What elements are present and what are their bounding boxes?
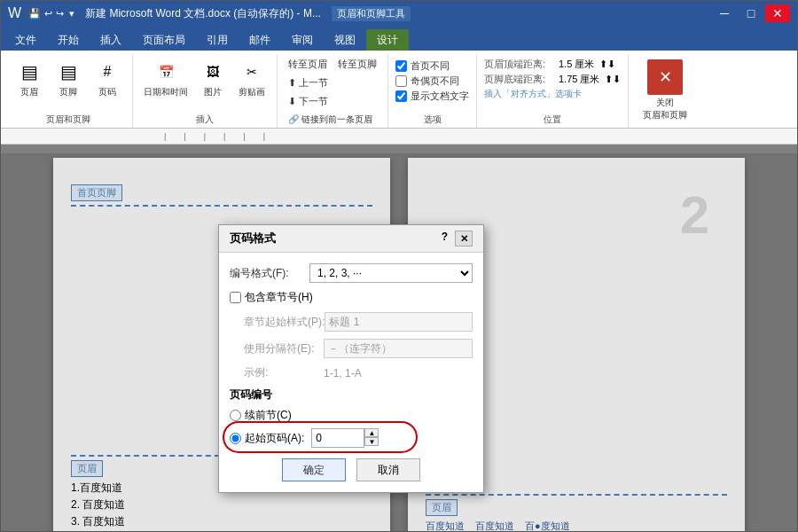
- cancel-button[interactable]: 取消: [356, 458, 420, 481]
- page-format-dialog: 页码格式 ? ✕ 编号格式(F): 1,: [218, 224, 484, 493]
- dialog-overlay: 页码格式 ? ✕ 编号格式(F): 1,: [1, 153, 797, 531]
- group-content-options: 首页不同 奇偶页不同 显示文档文字: [395, 54, 469, 111]
- example-row: 示例: 1-1, 1-A: [244, 365, 473, 380]
- clip-art-button[interactable]: ✂ 剪贴画: [234, 56, 270, 100]
- page-number-icon: #: [93, 58, 121, 86]
- continue-label: 续前节(C): [245, 408, 292, 423]
- tab-insert[interactable]: 插入: [90, 29, 132, 51]
- tab-review[interactable]: 审阅: [281, 29, 324, 51]
- number-format-select[interactable]: 1, 2, 3, ···: [309, 263, 473, 283]
- show-doc-text-input[interactable]: [395, 90, 407, 102]
- show-doc-text-checkbox[interactable]: 显示文档文字: [395, 90, 469, 103]
- tab-view[interactable]: 视图: [324, 29, 366, 51]
- number-format-field-group: 1, 2, 3, ···: [309, 263, 473, 283]
- example-label: 示例:: [244, 365, 324, 380]
- group-content-position: 页眉顶端距离: 1.5 厘米 ⬆⬇ 页脚底端距离: 1.75 厘米 ⬆⬇ 插入「…: [484, 54, 621, 111]
- start-at-label: 起始页码(A):: [245, 431, 304, 446]
- footer-label: 页脚: [59, 86, 77, 98]
- quick-save[interactable]: 💾: [28, 8, 41, 20]
- ok-button[interactable]: 确定: [282, 458, 346, 481]
- footer-icon: ▤: [54, 58, 82, 86]
- next-section-button[interactable]: ⬇ 下一节: [285, 93, 332, 110]
- picture-label: 图片: [204, 86, 222, 98]
- first-page-label: 首页不同: [411, 59, 450, 73]
- tab-design[interactable]: 设计: [366, 29, 409, 51]
- dialog-button-row: 确定 取消: [230, 458, 473, 481]
- date-time-label: 日期和时间: [144, 86, 188, 98]
- ribbon-group-close: ✕ 关闭页眉和页脚 关闭: [629, 54, 701, 128]
- spinner-up[interactable]: ▲: [364, 428, 379, 437]
- quick-dropdown[interactable]: ▾: [69, 8, 74, 20]
- group-content-insert: 📅 日期和时间 🖼 图片 ✂ 剪贴画: [140, 54, 270, 111]
- first-page-checkbox-input[interactable]: [395, 60, 407, 72]
- date-time-button[interactable]: 📅 日期和时间: [140, 56, 192, 100]
- footer-button[interactable]: ▤ 页脚: [51, 56, 86, 100]
- quick-redo[interactable]: ↪: [56, 8, 64, 20]
- header-distance-label: 页眉顶端距离:: [484, 58, 555, 71]
- page-number-button[interactable]: # 页码: [90, 56, 125, 100]
- title-bar-left: W 💾 ↩ ↪ ▾ 新建 Microsoft Word 文档.docx (自动保…: [8, 5, 411, 21]
- dialog-help-btn[interactable]: ?: [438, 231, 451, 246]
- minimize-button[interactable]: ─: [712, 4, 737, 22]
- group-label-insert: 插入: [140, 111, 270, 128]
- dialog-body: 编号格式(F): 1, 2, 3, ··· 包含章节号(H): [219, 253, 483, 492]
- header-distance-spinner[interactable]: ⬆⬇: [599, 59, 615, 70]
- start-value-input[interactable]: [311, 428, 364, 448]
- maximize-button[interactable]: □: [739, 4, 763, 22]
- go-to-footer-button[interactable]: 转至页脚: [334, 56, 380, 73]
- tab-file[interactable]: 文件: [4, 29, 47, 51]
- ribbon-tab-bar: 文件 开始 插入 页面布局 引用 邮件 审阅 视图 设计: [1, 26, 797, 51]
- dialog-close-button[interactable]: ✕: [455, 231, 473, 246]
- title-text: 新建 Microsoft Word 文档.docx (自动保存的) - M...: [85, 6, 321, 21]
- odd-even-different-checkbox[interactable]: 奇偶页不同: [395, 74, 469, 88]
- group-content-header-footer: ▤ 页眉 ▤ 页脚 # 页码: [12, 54, 125, 111]
- show-doc-text-label: 显示文档文字: [411, 90, 469, 103]
- odd-even-checkbox-input[interactable]: [395, 75, 407, 87]
- title-bar: W 💾 ↩ ↪ ▾ 新建 Microsoft Word 文档.docx (自动保…: [1, 1, 797, 26]
- chapter-style-row: 章节起始样式(P):: [244, 312, 473, 332]
- odd-even-label: 奇偶页不同: [411, 74, 459, 88]
- tab-home[interactable]: 开始: [47, 29, 90, 51]
- position-fields: 页眉顶端距离: 1.5 厘米 ⬆⬇ 页脚底端距离: 1.75 厘米 ⬆⬇ 插入「…: [484, 56, 621, 102]
- link-prev-button[interactable]: 🔗 链接到前一条页眉: [285, 112, 376, 128]
- separator-label: 使用分隔符(E):: [244, 341, 324, 356]
- footer-distance-row: 页脚底端距离: 1.75 厘米 ⬆⬇: [484, 73, 621, 86]
- ribbon-group-insert: 📅 日期和时间 🖼 图片 ✂ 剪贴画 插入: [133, 54, 278, 128]
- ribbon-group-options: 首页不同 奇偶页不同 显示文档文字 选项: [388, 54, 477, 128]
- header-button[interactable]: ▤ 页眉: [12, 56, 47, 100]
- close-header-footer-button[interactable]: ✕ 关闭页眉和页脚: [636, 56, 694, 125]
- chapter-style-input: [325, 312, 473, 332]
- tab-mailings[interactable]: 邮件: [239, 29, 281, 51]
- group-content-close: ✕ 关闭页眉和页脚: [636, 54, 694, 125]
- ribbon-group-position: 页眉顶端距离: 1.5 厘米 ⬆⬇ 页脚底端距离: 1.75 厘米 ⬆⬇ 插入「…: [477, 54, 629, 128]
- footer-distance-value: 1.75 厘米: [559, 73, 599, 86]
- ribbon: ▤ 页眉 ▤ 页脚 # 页码 页眉和页脚 📅 日期和时间: [1, 51, 797, 129]
- ribbon-group-navigation: 转至页眉 转至页脚 ⬆ 上一节 ⬇ 下一节 🔗 链接到前一条页眉 导航: [278, 54, 388, 128]
- window-close-button[interactable]: ✕: [765, 4, 790, 22]
- alignment-tab-row: 插入「对齐方式」选项卡: [484, 88, 621, 100]
- start-value-field: ▲ ▼: [311, 428, 379, 448]
- header-distance-row: 页眉顶端距离: 1.5 厘米 ⬆⬇: [484, 58, 621, 71]
- spinner-down[interactable]: ▼: [364, 437, 379, 446]
- continue-radio[interactable]: [230, 410, 241, 421]
- quick-undo[interactable]: ↩: [44, 8, 52, 20]
- footer-distance-spinner[interactable]: ⬆⬇: [605, 74, 621, 85]
- dialog-title-bar: 页码格式 ? ✕: [219, 225, 483, 253]
- dialog-title-buttons: ? ✕: [438, 231, 473, 246]
- first-page-different-checkbox[interactable]: 首页不同: [395, 59, 469, 73]
- picture-button[interactable]: 🖼 图片: [195, 56, 231, 100]
- start-at-radio[interactable]: [230, 433, 241, 444]
- header-distance-value: 1.5 厘米: [559, 58, 594, 71]
- tab-references[interactable]: 引用: [196, 29, 239, 51]
- go-to-header-button[interactable]: 转至页眉: [285, 56, 331, 73]
- page-numbering-section-title: 页码编号: [230, 387, 473, 403]
- prev-section-button[interactable]: ⬆ 上一节: [285, 74, 332, 91]
- header-label: 页眉: [20, 86, 38, 98]
- app-window: W 💾 ↩ ↪ ▾ 新建 Microsoft Word 文档.docx (自动保…: [0, 0, 798, 532]
- footer-distance-label: 页脚底端距离:: [484, 73, 555, 86]
- clip-art-icon: ✂: [238, 58, 266, 86]
- include-chapter-checkbox[interactable]: [230, 292, 241, 303]
- alignment-tab-link[interactable]: 插入「对齐方式」选项卡: [484, 88, 582, 100]
- main-content: | | | | | | 首页页脚: [1, 129, 797, 531]
- tab-layout[interactable]: 页面布局: [132, 29, 196, 51]
